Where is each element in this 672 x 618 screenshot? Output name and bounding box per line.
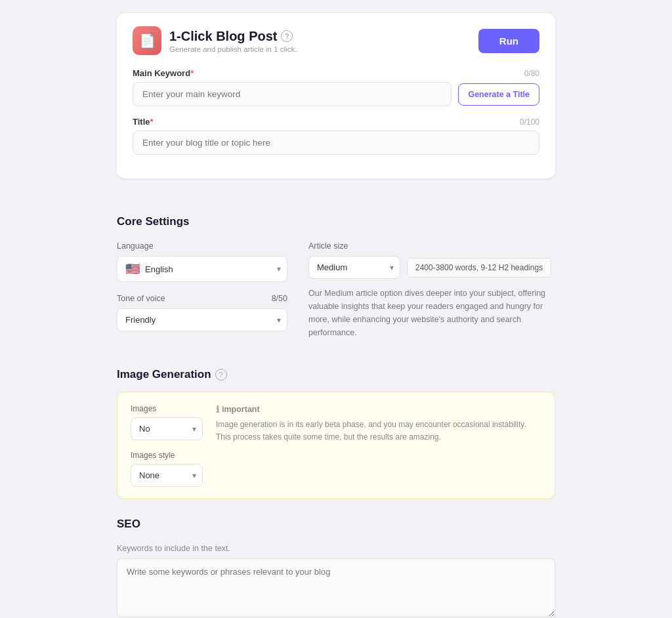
app-subtitle: Generate and publish article in 1 click. [169,45,297,53]
app-title: 1-Click Blog Post ? [169,29,297,44]
language-group: Language 🇺🇸 English ▾ [117,241,287,282]
settings-right: Article size Small Medium Large Extra La… [308,241,555,350]
images-style-field: Images style None Realistic Cartoon Sket… [131,451,203,487]
language-chevron-icon: ▾ [277,264,281,274]
important-description: Image generation is in its early beta ph… [216,419,541,443]
images-label: Images [131,404,203,413]
images-select-wrapper: No Yes ▾ [131,417,203,440]
seo-title: SEO [117,518,555,531]
images-field: Images No Yes ▾ [131,404,203,440]
title-input[interactable] [133,131,539,155]
core-settings-section: Core Settings Language 🇺🇸 English [117,197,555,350]
image-gen-help-icon[interactable]: ? [215,369,227,381]
run-button[interactable]: Run [478,29,539,53]
images-select[interactable]: No Yes [131,417,203,440]
images-style-label: Images style [131,451,203,460]
article-size-select[interactable]: Small Medium Large Extra Large [308,256,400,279]
images-style-select[interactable]: None Realistic Cartoon Sketch [131,464,203,487]
app-icon: 📄 [133,26,161,55]
important-info-icon: ℹ [216,404,219,415]
image-gen-box: Images No Yes ▾ Images style None [117,392,555,499]
article-size-select-wrapper: Small Medium Large Extra Large ▾ [308,256,400,279]
main-keyword-count: 0/80 [524,69,539,78]
language-select-wrapper: 🇺🇸 English ▾ [117,256,287,282]
image-gen-title: Image Generation [117,368,211,381]
tone-group: Tone of voice 8/50 Friendly Professional… [117,294,287,331]
tone-count: 8/50 [272,294,287,303]
image-gen-left: Images No Yes ▾ Images style None [131,404,203,487]
image-gen-right: ℹ important Image generation is in its e… [216,404,541,443]
images-style-select-wrapper: None Realistic Cartoon Sketch ▾ [131,464,203,487]
article-size-group: Article size Small Medium Large Extra La… [308,241,555,339]
generate-title-button[interactable]: Generate a Title [458,83,539,106]
seo-keywords-label: Keywords to include in the text. [117,544,555,553]
title-count: 0/100 [520,117,539,127]
help-icon[interactable]: ? [281,30,293,42]
article-size-badge: 2400-3800 words, 9-12 H2 headings [407,258,551,278]
app-title-block: 1-Click Blog Post ? Generate and publish… [169,29,297,53]
title-label: Title* [133,117,154,127]
seo-section: SEO Keywords to include in the text. [117,499,555,618]
main-keyword-input[interactable] [133,82,452,106]
important-label-text: important [222,405,260,414]
tone-label: Tone of voice [117,294,165,303]
tone-select-wrapper: Friendly Professional Casual Formal Humo… [117,308,287,331]
header-card: 📄 1-Click Blog Post ? Generate and publi… [117,13,555,178]
tone-select[interactable]: Friendly Professional Casual Formal Humo… [117,308,287,331]
main-keyword-group: Main Keyword* 0/80 Generate a Title [133,68,539,106]
language-label: Language [117,241,154,251]
article-description: Our Medium article option dives deeper i… [308,287,555,339]
seo-keywords-input[interactable] [117,558,555,617]
settings-left: Language 🇺🇸 English ▾ [117,241,287,342]
main-keyword-label: Main Keyword* [133,68,194,78]
title-group: Title* 0/100 [133,117,539,155]
image-gen-section: Image Generation ? Images No Yes ▾ Image… [117,350,555,499]
language-select[interactable]: 🇺🇸 English ▾ [117,256,287,282]
article-size-label: Article size [308,241,348,251]
core-settings-title: Core Settings [117,215,555,228]
language-value: English [145,264,173,274]
language-flag: 🇺🇸 [125,262,140,276]
